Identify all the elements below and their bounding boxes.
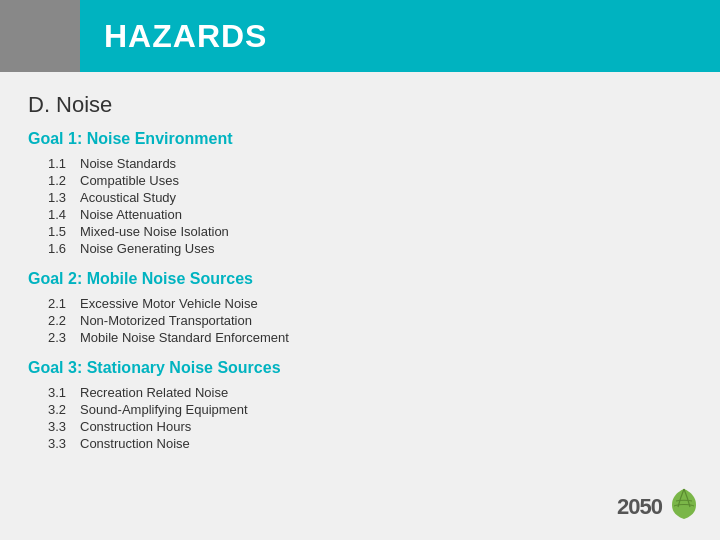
goal-2-items: 2.1 Excessive Motor Vehicle Noise 2.2 No…	[48, 296, 692, 345]
item-number: 1.3	[48, 190, 80, 205]
item-label: Excessive Motor Vehicle Noise	[80, 296, 258, 311]
list-item: 2.2 Non-Motorized Transportation	[48, 313, 692, 328]
item-number: 1.5	[48, 224, 80, 239]
leaf-icon	[666, 485, 702, 528]
item-label: Noise Attenuation	[80, 207, 182, 222]
item-number: 1.6	[48, 241, 80, 256]
main-content: D. Noise Goal 1: Noise Environment 1.1 N…	[0, 72, 720, 540]
list-item: 3.2 Sound-Amplifying Equipment	[48, 402, 692, 417]
item-label: Non-Motorized Transportation	[80, 313, 252, 328]
item-label: Mixed-use Noise Isolation	[80, 224, 229, 239]
goal-1-heading: Goal 1: Noise Environment	[28, 130, 692, 148]
list-item: 1.1 Noise Standards	[48, 156, 692, 171]
item-number: 1.1	[48, 156, 80, 171]
list-item: 3.1 Recreation Related Noise	[48, 385, 692, 400]
page-title: HAZARDS	[104, 18, 267, 55]
item-label: Mobile Noise Standard Enforcement	[80, 330, 289, 345]
item-number: 2.1	[48, 296, 80, 311]
list-item: 1.5 Mixed-use Noise Isolation	[48, 224, 692, 239]
item-number: 3.2	[48, 402, 80, 417]
list-item: 3.3 Construction Noise	[48, 436, 692, 451]
goal-1-items: 1.1 Noise Standards 1.2 Compatible Uses …	[48, 156, 692, 256]
item-label: Acoustical Study	[80, 190, 176, 205]
item-label: Compatible Uses	[80, 173, 179, 188]
item-number: 3.1	[48, 385, 80, 400]
item-number: 2.3	[48, 330, 80, 345]
list-item: 2.1 Excessive Motor Vehicle Noise	[48, 296, 692, 311]
section-title: D. Noise	[28, 92, 692, 118]
item-label: Recreation Related Noise	[80, 385, 228, 400]
goal-2-heading: Goal 2: Mobile Noise Sources	[28, 270, 692, 288]
header-square-decoration	[0, 0, 80, 72]
item-label: Construction Hours	[80, 419, 191, 434]
item-number: 1.4	[48, 207, 80, 222]
header-bar: HAZARDS	[0, 0, 720, 72]
list-item: 1.3 Acoustical Study	[48, 190, 692, 205]
item-number: 3.3	[48, 436, 80, 451]
item-label: Noise Generating Uses	[80, 241, 214, 256]
goal-3-items: 3.1 Recreation Related Noise 3.2 Sound-A…	[48, 385, 692, 451]
item-label: Sound-Amplifying Equipment	[80, 402, 248, 417]
list-item: 1.6 Noise Generating Uses	[48, 241, 692, 256]
goal-3-heading: Goal 3: Stationary Noise Sources	[28, 359, 692, 377]
item-number: 1.2	[48, 173, 80, 188]
list-item: 1.2 Compatible Uses	[48, 173, 692, 188]
header-title-area: HAZARDS	[80, 0, 720, 72]
list-item: 1.4 Noise Attenuation	[48, 207, 692, 222]
item-number: 3.3	[48, 419, 80, 434]
list-item: 3.3 Construction Hours	[48, 419, 692, 434]
logo-area: 2050	[617, 485, 702, 528]
list-item: 2.3 Mobile Noise Standard Enforcement	[48, 330, 692, 345]
item-number: 2.2	[48, 313, 80, 328]
item-label: Noise Standards	[80, 156, 176, 171]
logo-year: 2050	[617, 494, 662, 520]
page-wrapper: HAZARDS D. Noise Goal 1: Noise Environme…	[0, 0, 720, 540]
item-label: Construction Noise	[80, 436, 190, 451]
